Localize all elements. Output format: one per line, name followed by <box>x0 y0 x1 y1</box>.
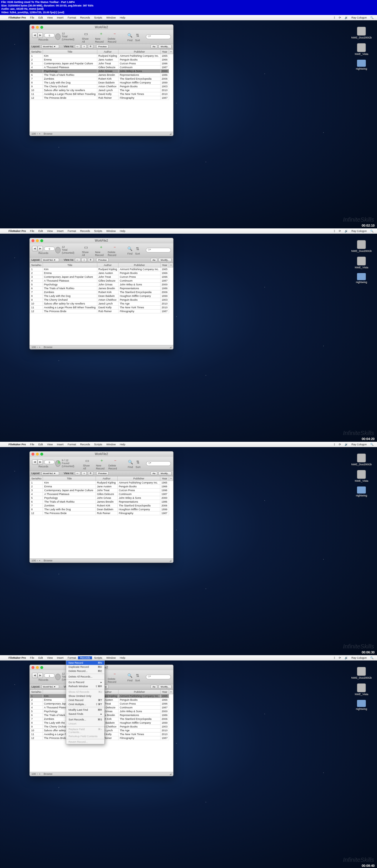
new-record-button[interactable]: ＋New Record <box>96 457 108 470</box>
table-cell[interactable]: 3 <box>30 702 43 706</box>
table-cell[interactable]: A Thousand Plateaus <box>43 492 95 496</box>
delete-record-button[interactable]: －Delete Record <box>108 671 122 683</box>
table-cell[interactable]: Avoiding a Large Phone Bill When Traveli… <box>42 305 97 309</box>
menu-format[interactable]: Format <box>65 16 78 19</box>
table-cell[interactable]: 3 <box>30 275 43 279</box>
table-cell[interactable]: 1987 <box>160 309 169 313</box>
table-cell[interactable]: 1 <box>30 267 43 271</box>
drive-icon[interactable]: NWE_Vista <box>355 683 368 696</box>
menu-view[interactable]: View <box>45 229 55 232</box>
table-cell[interactable]: 12 <box>30 309 43 313</box>
table-cell[interactable]: John Wiley & Sons <box>118 709 160 713</box>
table-cell[interactable]: 2006 <box>160 503 169 507</box>
table-cell[interactable]: Anton Chekhov <box>97 84 118 88</box>
table-cell[interactable]: Penguin Books <box>118 298 160 302</box>
menu-format[interactable]: Format <box>65 443 78 446</box>
menu-item[interactable]: Delete All Records... <box>66 675 105 679</box>
table-cell[interactable]: 1903 <box>160 84 169 88</box>
table-cell[interactable]: John Treat <box>97 61 118 65</box>
menu-item[interactable]: Saved Finds▸ <box>66 712 105 716</box>
table-cell[interactable]: 2006 <box>160 290 169 294</box>
table-cell[interactable]: Filmography <box>118 736 160 740</box>
new-record-button[interactable]: ＋New Record <box>95 244 107 257</box>
table-cell[interactable]: The Cherry Orchard <box>42 298 97 302</box>
table-cell[interactable]: 2010 <box>160 88 169 92</box>
table-row[interactable]: 7ZombiesRobert KirkThe Stanford Encyclop… <box>30 77 173 81</box>
table-cell[interactable]: 4 <box>30 65 43 69</box>
table-cell[interactable]: 9 <box>30 724 43 728</box>
column-header[interactable]: Publisher <box>117 476 160 480</box>
table-row[interactable]: 1KimRudyard KiplingAirmont Publishing Co… <box>30 480 173 485</box>
table-cell[interactable]: 1987 <box>160 96 169 100</box>
resize-handle[interactable]: ◢ <box>169 132 171 135</box>
table-cell[interactable]: 2 <box>30 271 43 275</box>
sync-icon[interactable]: ⟳ <box>338 229 342 232</box>
table-cell[interactable]: 8 <box>30 294 43 298</box>
titlebar[interactable]: WorkFile2 <box>30 452 173 457</box>
column-header[interactable]: Author <box>97 50 118 54</box>
table-cell[interactable]: The Lady with the Dog <box>42 294 97 298</box>
table-cell[interactable]: Houghton Mifflin Company <box>118 294 160 298</box>
menu-insert[interactable]: Insert <box>55 16 65 19</box>
table-cell[interactable]: Houghton Mifflin Company <box>118 81 160 84</box>
table-cell[interactable]: 1966 <box>160 58 169 61</box>
table-cell[interactable]: Penguin Books <box>118 58 160 61</box>
table-cell[interactable]: Airmont Publishing Company Inc. <box>118 267 160 271</box>
table-cell[interactable]: John Grivas <box>95 496 117 500</box>
table-cell[interactable]: 4 <box>30 492 43 496</box>
menu-edit[interactable]: Edit <box>36 229 45 232</box>
zoom-level[interactable]: 100 <box>31 772 36 775</box>
table-cell[interactable]: The Stanford Encyclopedia <box>118 77 160 81</box>
table-cell[interactable]: 1986 <box>160 73 169 77</box>
table-cell[interactable]: Gilles Deleuze <box>97 65 118 69</box>
table-row[interactable]: 7ZombiesRobert KirkThe Stanford Encyclop… <box>30 290 173 294</box>
pie-icon[interactable] <box>55 33 61 40</box>
show-all-button[interactable]: ▭Show All <box>82 244 91 257</box>
aa-button[interactable]: Aa <box>151 45 157 49</box>
table-cell[interactable]: 11 <box>30 732 43 736</box>
table-cell[interactable]: Penguin Books <box>118 84 160 88</box>
record-counter[interactable]: 1 <box>44 674 55 678</box>
find-button[interactable]: 🔍Find <box>126 32 134 42</box>
table-cell[interactable]: 1996 <box>160 275 169 279</box>
table-cell[interactable]: Zombies <box>42 77 97 81</box>
table-cell[interactable]: Curzon Press <box>117 488 160 492</box>
zoom-in-button[interactable]: ▪ <box>39 346 40 349</box>
menu-scripts[interactable]: Scripts <box>92 443 105 446</box>
drive-icon[interactable]: NWE_Duo200Gb <box>351 667 372 679</box>
table-cell[interactable]: 7 <box>30 717 43 721</box>
table-cell[interactable]: Emma <box>42 58 97 61</box>
menu-records[interactable]: Records <box>78 656 92 659</box>
table-cell[interactable]: Rob Reiner <box>97 96 118 100</box>
table-cell[interactable]: John Treat <box>95 488 117 492</box>
resize-handle[interactable]: ◢ <box>169 772 171 775</box>
menu-records[interactable]: Records <box>78 16 92 19</box>
table-cell[interactable]: Contemporary Japan and Popular Culture <box>43 488 95 492</box>
table-cell[interactable]: John Grivas <box>97 69 118 73</box>
table-cell[interactable]: Continuum <box>118 65 160 69</box>
table-cell[interactable]: 8 <box>30 81 43 84</box>
table-cell[interactable]: 1996 <box>160 702 169 706</box>
layout-combo[interactable]: WorkFile1 ▾ <box>41 685 59 689</box>
column-header[interactable]: Publisher <box>118 263 160 267</box>
zoom-in-button[interactable]: ▪ <box>39 772 40 775</box>
table-cell[interactable]: 1986 <box>160 500 169 503</box>
preview-button[interactable]: Preview <box>96 45 109 49</box>
table-cell[interactable]: 1 <box>30 54 43 58</box>
table-cell[interactable]: Continuum <box>118 279 160 282</box>
column-header[interactable]: Title <box>42 50 97 54</box>
table-cell[interactable]: 3 <box>30 488 43 492</box>
user-name[interactable]: Ray Cologon <box>350 656 368 659</box>
preview-button[interactable]: Preview <box>96 471 109 475</box>
volume-icon[interactable]: 🔊 <box>344 443 349 446</box>
table-cell[interactable]: Representations <box>118 713 160 717</box>
table-cell[interactable]: Zombies <box>42 290 97 294</box>
menu-insert[interactable]: Insert <box>55 656 65 659</box>
table-cell[interactable]: 1965 <box>160 54 169 58</box>
table-cell[interactable]: Kim <box>42 54 97 58</box>
table-cell[interactable]: 6 <box>30 713 43 717</box>
table-row[interactable]: 1KimRudyard KiplingAirmont Publishing Co… <box>30 54 173 58</box>
add-column-button[interactable]: + <box>169 689 173 694</box>
table-cell[interactable]: 10 <box>30 302 43 305</box>
table-cell[interactable]: 1899 <box>160 507 169 511</box>
